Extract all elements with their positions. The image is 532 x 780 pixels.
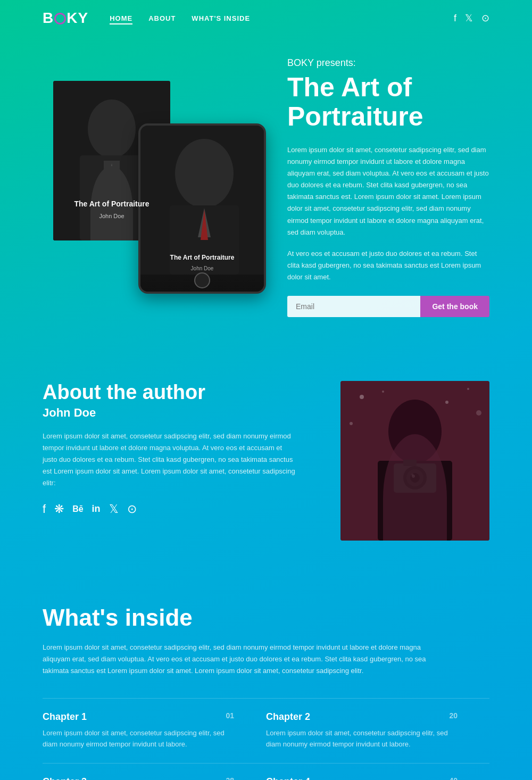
- inside-section: What's inside Lorem ipsum dolor sit amet…: [0, 572, 532, 780]
- svg-point-23: [410, 473, 420, 483]
- svg-point-11: [360, 395, 364, 399]
- author-twitter-icon[interactable]: 𝕏: [109, 502, 119, 516]
- chapter-1-title: Chapter 1: [43, 711, 87, 723]
- chapter-item-3: Chapter 3 28 Lorem ipsum dolor sit amet,…: [43, 763, 266, 780]
- tablet-book-title: The Art of Portraiture: [140, 253, 264, 262]
- chapter-2-title: Chapter 2: [266, 711, 310, 723]
- svg-point-22: [406, 469, 423, 486]
- logo-o-ring: [54, 13, 66, 24]
- about-author-name: John Doe: [43, 406, 309, 420]
- chapter-4-title: Chapter 4: [266, 776, 310, 780]
- hero-description-1: Lorem ipsum dolor sit amet, consetetur s…: [287, 144, 489, 238]
- chapter-2-desc: Lorem ipsum dolor sit amet, consetetur s…: [266, 728, 458, 750]
- chapter-item-4: Chapter 4 40 Lorem ipsum dolor sit amet,…: [266, 763, 489, 780]
- svg-point-14: [467, 388, 469, 390]
- chapter-3-number: 28: [226, 776, 234, 780]
- chapter-4-number: 40: [449, 776, 458, 780]
- chapter-1-number: 01: [226, 711, 234, 720]
- hero-section: The Art of Portraiture John Doe The Art …: [0, 36, 532, 349]
- inside-title: What's inside: [43, 604, 489, 631]
- email-input[interactable]: [287, 296, 420, 317]
- navbar: BKY HOME ABOUT WHAT'S INSIDE f 𝕏 ⊙: [0, 0, 532, 36]
- chapter-item-2: Chapter 2 20 Lorem ipsum dolor sit amet,…: [266, 698, 489, 763]
- svg-rect-3: [104, 161, 120, 203]
- about-description: Lorem ipsum dolor sit amet, consetetur s…: [43, 430, 298, 489]
- svg-rect-18: [378, 461, 452, 541]
- author-instagram-icon[interactable]: ⊙: [127, 502, 137, 516]
- nav-item-whats-inside[interactable]: WHAT'S INSIDE: [192, 13, 250, 23]
- hero-subtitle: BOKY presents:: [287, 57, 489, 69]
- nav-instagram-icon[interactable]: ⊙: [481, 12, 489, 24]
- svg-marker-4: [107, 163, 116, 187]
- tablet-screen: The Art of Portraiture John Doe: [140, 126, 264, 292]
- logo[interactable]: BKY: [43, 10, 88, 27]
- chapter-4-header: Chapter 4 40: [266, 776, 458, 780]
- author-photo-svg: [340, 381, 489, 541]
- about-title: About the author: [43, 381, 309, 404]
- tablet-home-button: [194, 272, 210, 288]
- author-dribbble-icon[interactable]: ❋: [54, 502, 64, 516]
- chapter-1-header: Chapter 1 01: [43, 711, 234, 723]
- nav-item-home[interactable]: HOME: [110, 13, 132, 23]
- author-behance-icon[interactable]: Bē: [72, 504, 83, 514]
- author-linkedin-icon[interactable]: in: [92, 503, 101, 515]
- logo-text-ky: KY: [66, 10, 88, 26]
- author-facebook-icon[interactable]: f: [43, 502, 46, 516]
- svg-point-21: [403, 466, 427, 489]
- svg-rect-20: [403, 460, 417, 466]
- chapter-1-desc: Lorem ipsum dolor sit amet, consetetur s…: [43, 728, 234, 750]
- nav-links: HOME ABOUT WHAT'S INSIDE: [110, 13, 454, 23]
- tablet-device: The Art of Portraiture John Doe: [138, 123, 266, 294]
- svg-rect-2: [80, 155, 144, 240]
- author-photo: [340, 381, 489, 541]
- svg-point-25: [411, 474, 413, 476]
- book-cover-author: John Doe: [53, 213, 170, 219]
- author-socials: f ❋ Bē in 𝕏 ⊙: [43, 502, 309, 516]
- chapter-2-number: 20: [449, 711, 458, 720]
- get-book-button[interactable]: Get the book: [420, 296, 489, 317]
- about-section: About the author John Doe Lorem ipsum do…: [0, 349, 532, 572]
- tablet-book-author: John Doe: [140, 265, 264, 271]
- svg-point-17: [388, 400, 442, 463]
- svg-point-13: [445, 401, 448, 404]
- hero-content: BOKY presents: The Art of Portraiture Lo…: [287, 57, 489, 317]
- svg-rect-19: [394, 463, 436, 493]
- chapter-3-title: Chapter 3: [43, 776, 87, 780]
- nav-facebook-icon[interactable]: f: [454, 13, 456, 24]
- nav-twitter-icon[interactable]: 𝕏: [465, 12, 473, 24]
- hero-title: The Art of Portraiture: [287, 73, 489, 131]
- chapter-2-header: Chapter 2 20: [266, 711, 458, 723]
- svg-point-24: [412, 475, 415, 478]
- chapter-item-1: Chapter 1 01 Lorem ipsum dolor sit amet,…: [43, 698, 266, 763]
- chapter-3-header: Chapter 3 28: [43, 776, 234, 780]
- svg-point-6: [175, 139, 234, 208]
- svg-point-12: [382, 391, 384, 393]
- book-display: The Art of Portraiture John Doe The Art …: [43, 81, 266, 294]
- about-content: About the author John Doe Lorem ipsum do…: [43, 381, 309, 516]
- hero-description-2: At vero eos et accusam et justo duo dolo…: [287, 248, 489, 283]
- nav-link-about[interactable]: ABOUT: [148, 14, 176, 22]
- nav-item-about[interactable]: ABOUT: [148, 13, 176, 23]
- book-cover-title: The Art of Portraiture: [53, 199, 170, 209]
- nav-link-whats-inside[interactable]: WHAT'S INSIDE: [192, 14, 250, 22]
- inside-description: Lorem ipsum dolor sit amet, consetetur s…: [43, 642, 436, 677]
- svg-point-16: [350, 422, 353, 425]
- logo-text-b: B: [43, 10, 54, 26]
- svg-point-1: [88, 99, 136, 158]
- svg-point-15: [476, 410, 481, 416]
- email-form: Get the book: [287, 296, 489, 317]
- nav-social: f 𝕏 ⊙: [454, 12, 489, 24]
- chapters-grid: Chapter 1 01 Lorem ipsum dolor sit amet,…: [43, 698, 489, 780]
- nav-link-home[interactable]: HOME: [110, 14, 132, 24]
